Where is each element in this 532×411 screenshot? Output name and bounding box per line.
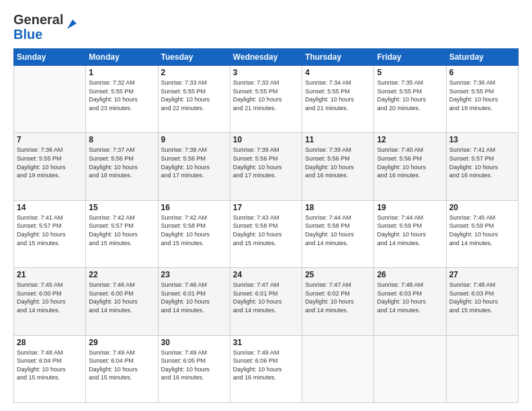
day-number: 6 (449, 68, 515, 77)
calendar-cell: 6Sunrise: 7:36 AM Sunset: 5:55 PM Daylig… (446, 66, 518, 133)
cell-info: Sunrise: 7:37 AM Sunset: 5:56 PM Dayligh… (89, 146, 154, 179)
calendar-cell: 20Sunrise: 7:45 AM Sunset: 5:59 PM Dayli… (446, 200, 518, 267)
day-number: 7 (17, 135, 83, 144)
cell-info: Sunrise: 7:39 AM Sunset: 5:56 PM Dayligh… (233, 146, 299, 179)
weekday-header: Sunday (14, 49, 86, 66)
cell-info: Sunrise: 7:32 AM Sunset: 5:55 PM Dayligh… (89, 79, 154, 112)
cell-info: Sunrise: 7:39 AM Sunset: 5:56 PM Dayligh… (305, 146, 371, 179)
day-number: 17 (233, 203, 299, 212)
calendar-cell: 2Sunrise: 7:33 AM Sunset: 5:55 PM Daylig… (158, 66, 230, 133)
day-number: 14 (17, 203, 83, 212)
day-number: 5 (377, 68, 443, 77)
weekday-header: Tuesday (158, 49, 230, 66)
weekday-header: Wednesday (230, 49, 302, 66)
calendar-cell: 7Sunrise: 7:36 AM Sunset: 5:55 PM Daylig… (14, 133, 86, 200)
cell-info: Sunrise: 7:33 AM Sunset: 5:55 PM Dayligh… (161, 79, 227, 112)
day-number: 20 (449, 203, 515, 212)
cell-info: Sunrise: 7:44 AM Sunset: 5:58 PM Dayligh… (305, 214, 371, 247)
calendar-cell: 27Sunrise: 7:48 AM Sunset: 6:03 PM Dayli… (446, 268, 518, 335)
weekday-header: Saturday (446, 49, 518, 66)
calendar-cell: 5Sunrise: 7:35 AM Sunset: 5:55 PM Daylig… (374, 66, 446, 133)
calendar-cell: 24Sunrise: 7:47 AM Sunset: 6:01 PM Dayli… (230, 268, 302, 335)
day-number: 27 (449, 270, 515, 279)
calendar-cell (302, 335, 374, 402)
calendar-cell: 13Sunrise: 7:41 AM Sunset: 5:57 PM Dayli… (446, 133, 518, 200)
cell-info: Sunrise: 7:49 AM Sunset: 6:04 PM Dayligh… (89, 349, 154, 382)
calendar-cell: 8Sunrise: 7:37 AM Sunset: 5:56 PM Daylig… (86, 133, 158, 200)
cell-info: Sunrise: 7:45 AM Sunset: 5:59 PM Dayligh… (449, 214, 515, 247)
cell-info: Sunrise: 7:34 AM Sunset: 5:55 PM Dayligh… (305, 79, 371, 112)
calendar-cell: 9Sunrise: 7:38 AM Sunset: 5:56 PM Daylig… (158, 133, 230, 200)
cell-info: Sunrise: 7:36 AM Sunset: 5:55 PM Dayligh… (449, 79, 515, 112)
header: General Blue (13, 12, 519, 42)
weekday-header: Thursday (302, 49, 374, 66)
cell-info: Sunrise: 7:41 AM Sunset: 5:57 PM Dayligh… (17, 214, 83, 247)
day-number: 31 (233, 338, 299, 347)
calendar-week-row: 7Sunrise: 7:36 AM Sunset: 5:55 PM Daylig… (14, 133, 519, 200)
cell-info: Sunrise: 7:35 AM Sunset: 5:55 PM Dayligh… (377, 79, 443, 112)
cell-info: Sunrise: 7:48 AM Sunset: 6:03 PM Dayligh… (377, 281, 443, 314)
calendar-cell: 22Sunrise: 7:46 AM Sunset: 6:00 PM Dayli… (86, 268, 158, 335)
calendar-cell: 12Sunrise: 7:40 AM Sunset: 5:56 PM Dayli… (374, 133, 446, 200)
day-number: 13 (449, 135, 515, 144)
calendar-cell: 18Sunrise: 7:44 AM Sunset: 5:58 PM Dayli… (302, 200, 374, 267)
cell-info: Sunrise: 7:40 AM Sunset: 5:56 PM Dayligh… (377, 146, 443, 179)
day-number: 4 (305, 68, 371, 77)
day-number: 19 (377, 203, 443, 212)
day-number: 28 (17, 338, 83, 347)
cell-info: Sunrise: 7:42 AM Sunset: 5:58 PM Dayligh… (161, 214, 227, 247)
calendar-week-row: 28Sunrise: 7:48 AM Sunset: 6:04 PM Dayli… (14, 335, 519, 402)
cell-info: Sunrise: 7:33 AM Sunset: 5:55 PM Dayligh… (233, 79, 299, 112)
logo-blue: Blue (13, 27, 63, 42)
calendar-cell: 30Sunrise: 7:49 AM Sunset: 6:05 PM Dayli… (158, 335, 230, 402)
calendar-table: SundayMondayTuesdayWednesdayThursdayFrid… (13, 48, 519, 403)
cell-info: Sunrise: 7:38 AM Sunset: 5:56 PM Dayligh… (161, 146, 227, 179)
day-number: 21 (17, 270, 83, 279)
logo-arrow-icon (64, 17, 79, 32)
calendar-cell: 26Sunrise: 7:48 AM Sunset: 6:03 PM Dayli… (374, 268, 446, 335)
calendar-week-row: 21Sunrise: 7:45 AM Sunset: 6:00 PM Dayli… (14, 268, 519, 335)
calendar-week-row: 14Sunrise: 7:41 AM Sunset: 5:57 PM Dayli… (14, 200, 519, 267)
calendar-cell: 10Sunrise: 7:39 AM Sunset: 5:56 PM Dayli… (230, 133, 302, 200)
weekday-header-row: SundayMondayTuesdayWednesdayThursdayFrid… (14, 49, 519, 66)
day-number: 30 (161, 338, 227, 347)
day-number: 26 (377, 270, 443, 279)
day-number: 16 (161, 203, 227, 212)
cell-info: Sunrise: 7:47 AM Sunset: 6:02 PM Dayligh… (305, 281, 371, 314)
calendar-cell: 16Sunrise: 7:42 AM Sunset: 5:58 PM Dayli… (158, 200, 230, 267)
day-number: 22 (89, 270, 154, 279)
calendar-cell: 17Sunrise: 7:43 AM Sunset: 5:58 PM Dayli… (230, 200, 302, 267)
day-number: 2 (161, 68, 227, 77)
day-number: 3 (233, 68, 299, 77)
svg-marker-0 (67, 19, 77, 29)
day-number: 15 (89, 203, 154, 212)
weekday-header: Monday (86, 49, 158, 66)
day-number: 18 (305, 203, 371, 212)
calendar-cell: 14Sunrise: 7:41 AM Sunset: 5:57 PM Dayli… (14, 200, 86, 267)
calendar-cell: 29Sunrise: 7:49 AM Sunset: 6:04 PM Dayli… (86, 335, 158, 402)
cell-info: Sunrise: 7:49 AM Sunset: 6:05 PM Dayligh… (161, 349, 227, 382)
day-number: 8 (89, 135, 154, 144)
calendar-cell: 21Sunrise: 7:45 AM Sunset: 6:00 PM Dayli… (14, 268, 86, 335)
calendar-cell: 23Sunrise: 7:46 AM Sunset: 6:01 PM Dayli… (158, 268, 230, 335)
calendar-cell: 4Sunrise: 7:34 AM Sunset: 5:55 PM Daylig… (302, 66, 374, 133)
cell-info: Sunrise: 7:46 AM Sunset: 6:00 PM Dayligh… (89, 281, 154, 314)
day-number: 24 (233, 270, 299, 279)
day-number: 25 (305, 270, 371, 279)
cell-info: Sunrise: 7:45 AM Sunset: 6:00 PM Dayligh… (17, 281, 83, 314)
page: General Blue SundayMondayTuesdayWednesda… (0, 0, 532, 411)
calendar-cell: 15Sunrise: 7:42 AM Sunset: 5:57 PM Dayli… (86, 200, 158, 267)
cell-info: Sunrise: 7:46 AM Sunset: 6:01 PM Dayligh… (161, 281, 227, 314)
day-number: 23 (161, 270, 227, 279)
cell-info: Sunrise: 7:36 AM Sunset: 5:55 PM Dayligh… (17, 146, 83, 179)
calendar-cell (14, 66, 86, 133)
day-number: 1 (89, 68, 154, 77)
calendar-cell: 28Sunrise: 7:48 AM Sunset: 6:04 PM Dayli… (14, 335, 86, 402)
cell-info: Sunrise: 7:42 AM Sunset: 5:57 PM Dayligh… (89, 214, 154, 247)
calendar-cell: 25Sunrise: 7:47 AM Sunset: 6:02 PM Dayli… (302, 268, 374, 335)
weekday-header: Friday (374, 49, 446, 66)
day-number: 10 (233, 135, 299, 144)
calendar-week-row: 1Sunrise: 7:32 AM Sunset: 5:55 PM Daylig… (14, 66, 519, 133)
calendar-cell: 31Sunrise: 7:49 AM Sunset: 6:06 PM Dayli… (230, 335, 302, 402)
cell-info: Sunrise: 7:43 AM Sunset: 5:58 PM Dayligh… (233, 214, 299, 247)
